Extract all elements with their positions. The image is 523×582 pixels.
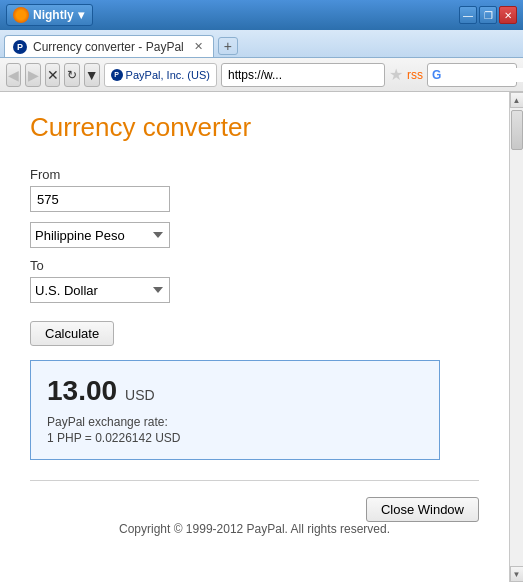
calculate-button[interactable]: Calculate — [30, 321, 114, 346]
title-bar: Nightly ▾ — ❐ ✕ — [0, 0, 523, 30]
google-icon: G — [432, 68, 441, 82]
download-button[interactable]: ▼ — [84, 63, 100, 87]
navigation-bar: ◀ ▶ ✕ ↻ ▼ P PayPal, Inc. (US) ★ rss G 🔍 — [0, 58, 523, 92]
nightly-label: Nightly — [33, 8, 74, 22]
from-currency-select[interactable]: Philippine Peso U.S. Dollar Euro British… — [30, 222, 170, 248]
title-bar-left: Nightly ▾ — [6, 4, 93, 26]
search-input[interactable] — [445, 68, 523, 82]
to-currency-select[interactable]: U.S. Dollar Philippine Peso Euro British… — [30, 277, 170, 303]
from-label: From — [30, 167, 479, 182]
title-bar-controls: — ❐ ✕ — [459, 6, 517, 24]
page-title: Currency converter — [30, 112, 479, 143]
firefox-icon — [13, 7, 29, 23]
bookmark-star-button[interactable]: ★ — [389, 65, 403, 84]
close-window-button[interactable]: Close Window — [366, 497, 479, 522]
scroll-up-button[interactable]: ▲ — [510, 92, 524, 108]
back-button[interactable]: ◀ — [6, 63, 21, 87]
window-close-button[interactable]: ✕ — [499, 6, 517, 24]
minimize-button[interactable]: — — [459, 6, 477, 24]
address-input[interactable] — [221, 63, 385, 87]
nightly-menu-button[interactable]: Nightly ▾ — [6, 4, 93, 26]
new-tab-button[interactable]: + — [218, 37, 238, 55]
footer-text: Copyright © 1999-2012 PayPal. All rights… — [30, 522, 479, 536]
paypal-badge-text: PayPal, Inc. (US) — [126, 69, 210, 81]
scroll-down-button[interactable]: ▼ — [510, 566, 524, 582]
from-group: From — [30, 167, 479, 212]
amount-input[interactable] — [30, 186, 170, 212]
paypal-tab-icon: P — [13, 40, 27, 54]
to-label: To — [30, 258, 479, 273]
tab-label: Currency converter - PayPal — [33, 40, 184, 54]
address-bar-wrap: P PayPal, Inc. (US) ★ rss — [104, 63, 423, 87]
page-content: Currency converter From Philippine Peso … — [0, 92, 509, 582]
divider — [30, 480, 479, 481]
browser-content: Currency converter From Philippine Peso … — [0, 92, 523, 582]
search-bar[interactable]: G 🔍 — [427, 63, 517, 87]
scrollbar: ▲ ▼ — [509, 92, 523, 582]
exchange-rate-value: 1 PHP = 0.0226142 USD — [47, 431, 423, 445]
nightly-chevron-icon: ▾ — [78, 8, 84, 22]
tab-close-button[interactable]: ✕ — [194, 40, 203, 53]
to-group: To U.S. Dollar Philippine Peso Euro Brit… — [30, 258, 479, 303]
refresh-button[interactable]: ↻ — [64, 63, 79, 87]
result-amount-row: 13.00 USD — [47, 375, 423, 407]
result-amount-value: 13.00 — [47, 375, 117, 407]
paypal-badge: P PayPal, Inc. (US) — [104, 63, 217, 87]
restore-button[interactable]: ❐ — [479, 6, 497, 24]
paypal-badge-icon: P — [111, 69, 123, 81]
stop-button[interactable]: ✕ — [45, 63, 60, 87]
from-currency-group: Philippine Peso U.S. Dollar Euro British… — [30, 222, 479, 248]
result-currency-label: USD — [125, 387, 155, 403]
result-box: 13.00 USD PayPal exchange rate: 1 PHP = … — [30, 360, 440, 460]
forward-button[interactable]: ▶ — [25, 63, 40, 87]
rss-button[interactable]: rss — [407, 68, 423, 82]
scroll-thumb[interactable] — [511, 110, 523, 150]
active-tab[interactable]: P Currency converter - PayPal ✕ — [4, 35, 214, 57]
exchange-rate-label: PayPal exchange rate: — [47, 415, 423, 429]
tab-bar: P Currency converter - PayPal ✕ + — [0, 30, 523, 58]
